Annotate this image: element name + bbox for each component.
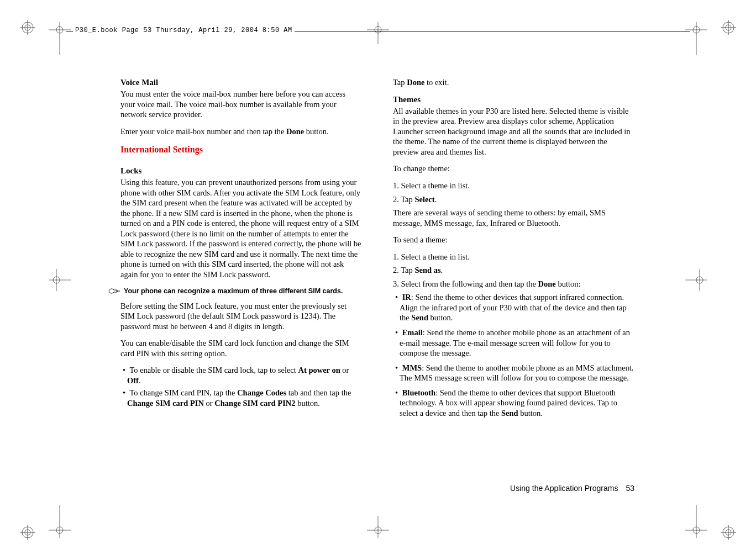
text: button.	[428, 313, 453, 322]
crop-mark-icon	[367, 516, 389, 538]
svg-point-24	[56, 527, 63, 533]
locks-text-2: Before setting the SIM Lock feature, you…	[120, 301, 362, 332]
text: Tap	[393, 78, 407, 87]
bluetooth-label: Bluetooth	[402, 388, 435, 397]
left-column: Voice Mail You must enter the voice mail…	[120, 77, 362, 494]
tap-done-exit: Tap Done to exit.	[393, 77, 634, 88]
registration-mark-icon	[20, 525, 35, 540]
at-power-on-label: At power on	[298, 366, 340, 374]
right-column: Tap Done to exit. Themes All available t…	[393, 77, 634, 494]
email-label: Email	[402, 328, 423, 337]
send-step-2: 2. Tap Send as.	[393, 265, 634, 276]
text: .	[139, 376, 141, 385]
svg-point-36	[53, 277, 60, 283]
change-codes-label: Change Codes	[237, 388, 286, 397]
international-settings-heading: International Settings	[120, 144, 362, 155]
text: To enable or disable the SIM card lock, …	[129, 366, 298, 374]
text: .	[435, 195, 437, 204]
text: 3. Select from the following and then ta…	[393, 279, 538, 288]
text: 2. Tap	[393, 195, 414, 204]
text: or	[340, 366, 349, 374]
svg-point-30	[375, 27, 381, 33]
text: button.	[518, 409, 543, 418]
voice-mail-action: Enter your voice mail-box number and the…	[120, 126, 362, 137]
bullet-enable-disable: To enable or disable the SIM card lock, …	[120, 365, 362, 385]
crop-mark-icon	[49, 505, 71, 538]
page-footer: Using the Application Programs53	[510, 484, 634, 494]
text: button.	[296, 399, 320, 408]
text: to exit.	[424, 78, 449, 87]
text: tab and then tap the	[286, 388, 351, 397]
send-option-email: Email: Send the theme to another mobile …	[393, 327, 634, 358]
text: To change SIM card PIN, tap the	[129, 388, 237, 397]
crop-mark-icon	[49, 22, 71, 55]
crop-mark-icon	[685, 505, 707, 538]
send-option-mms: MMS: Send the theme to another mobile ph…	[393, 363, 634, 383]
change-sim-pin2-label: Change SIM card PIN2	[214, 399, 295, 408]
svg-point-33	[375, 527, 381, 533]
header-meta: P30_E.book Page 53 Thursday, April 29, 2…	[73, 27, 295, 34]
send-label: Send	[501, 409, 518, 418]
locks-text-1: Using this feature, you can prevent unau…	[120, 177, 362, 279]
change-theme-intro: To change theme:	[393, 163, 634, 174]
text: button.	[304, 127, 328, 136]
send-blurb: There are several ways of sending theme …	[393, 208, 634, 228]
change-step-2: 2. Tap Select.	[393, 194, 634, 205]
change-sim-pin-label: Change SIM card PIN	[127, 399, 204, 408]
done-label: Done	[286, 127, 304, 136]
text: button:	[556, 279, 581, 288]
crop-mark-icon	[49, 269, 71, 291]
mms-label: MMS	[402, 363, 422, 372]
bullet-change-pin: To change SIM card PIN, tap the Change C…	[120, 388, 362, 408]
themes-heading: Themes	[393, 94, 634, 105]
text: or	[204, 399, 214, 408]
text: 2. Tap	[393, 266, 414, 274]
send-step-3: 3. Select from the following and then ta…	[393, 279, 634, 289]
crop-mark-icon	[685, 269, 707, 291]
svg-point-21	[693, 27, 700, 33]
change-step-1: 1. Select a theme in list.	[393, 181, 634, 191]
done-label: Done	[538, 279, 556, 288]
send-option-bluetooth: Bluetooth: Send the theme to other devic…	[393, 388, 634, 419]
svg-point-39	[696, 277, 703, 283]
note-text: Your phone can recognize a maximum of th…	[124, 287, 343, 295]
text: : Send the theme to another mobile phone…	[400, 363, 634, 383]
note-callout: Your phone can recognize a maximum of th…	[108, 287, 362, 295]
text: Enter your voice mail-box number and the…	[120, 127, 286, 136]
send-option-ir: IR: Send the theme to other devices that…	[393, 292, 634, 323]
text: .	[441, 266, 443, 274]
send-step-1: 1. Select a theme in list.	[393, 252, 634, 262]
footer-title: Using the Application Programs	[510, 484, 618, 493]
note-hand-icon	[108, 287, 120, 295]
page-content: Voice Mail You must enter the voice mail…	[120, 77, 634, 494]
ir-label: IR	[402, 293, 411, 302]
crop-mark-icon	[367, 22, 389, 44]
page-number: 53	[618, 484, 634, 493]
voice-mail-text: You must enter the voice mail-box number…	[120, 89, 362, 120]
svg-point-18	[56, 27, 63, 33]
crop-mark-icon	[685, 22, 707, 55]
locks-heading: Locks	[120, 166, 362, 176]
locks-text-3: You can enable/disable the SIM card lock…	[120, 338, 362, 358]
send-label: Send	[411, 313, 428, 322]
registration-mark-icon	[721, 525, 736, 540]
done-label: Done	[407, 78, 424, 87]
themes-text: All available themes in your P30 are lis…	[393, 106, 634, 157]
text: : Send the theme to another mobile phone…	[400, 328, 630, 357]
voice-mail-heading: Voice Mail	[120, 77, 362, 88]
send-theme-intro: To send a theme:	[393, 235, 634, 245]
select-label: Select	[414, 195, 434, 204]
svg-point-27	[693, 527, 700, 533]
off-label: Off	[127, 376, 139, 385]
registration-mark-icon	[721, 20, 736, 35]
send-as-label: Send as	[414, 266, 440, 274]
registration-mark-icon	[20, 20, 35, 35]
